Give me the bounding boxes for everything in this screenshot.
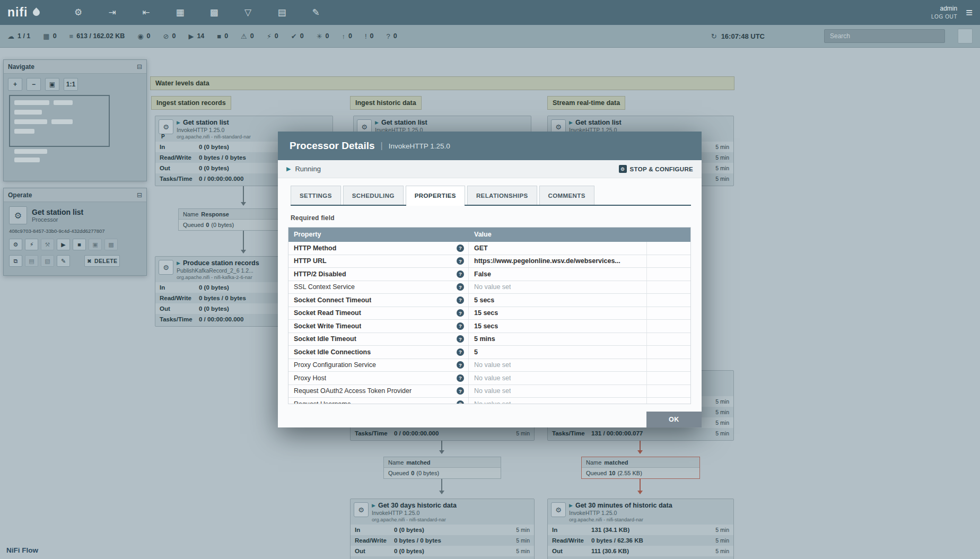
logout-link[interactable]: LOG OUT [931,13,957,20]
stop-and-configure-button[interactable]: ⚙ STOP & CONFIGURE [619,165,693,173]
delete-button[interactable]: ✖ DELETE [84,255,120,267]
stat-label: In [160,284,199,291]
connection-name-value: matched [406,459,430,466]
property-name: Socket Idle Connections [294,348,371,356]
property-row[interactable]: Socket Idle Timeout ? 5 mins [288,333,690,346]
operate-body: ⚙ Get station list Processor 408c9703-84… [4,202,146,271]
stat-label: Read/Write [552,537,591,544]
help-icon[interactable]: ? [457,270,464,278]
property-value: No value set [474,400,511,404]
help-icon[interactable]: ? [457,374,464,382]
help-icon[interactable]: ? [457,400,464,404]
zoom-actual-button[interactable]: 1:1 [64,78,78,91]
ok-button[interactable]: OK [646,412,702,427]
tab-label: RELATIONSHIPS [476,193,528,199]
help-icon[interactable]: ? [457,283,464,291]
canvas-label[interactable]: Ingest station records [151,96,231,110]
enable-button[interactable]: ⚡ [25,239,38,250]
processor-card[interactable]: ⚙ ▶ Get 30 minutes of historic data Invo… [547,499,734,559]
up-to-date-icon: ✔ [291,32,297,40]
collapse-icon[interactable]: ⊟ [137,63,142,71]
help-icon[interactable]: ? [457,348,464,356]
help-icon[interactable]: ? [457,309,464,317]
ungroup-button[interactable]: ▩ [104,239,118,250]
connection-label[interactable]: Name matched Queued 10 (2.55 KB) [581,457,700,479]
canvas-label[interactable]: Water levels data [150,76,734,90]
property-value: 15 secs [474,322,498,330]
processor-header: ⚙ ▶ Get 30 minutes of historic data Invo… [548,499,733,525]
help-icon[interactable]: ? [457,361,464,369]
copy-button[interactable]: ⧉ [9,255,22,267]
tab-settings[interactable]: SETTINGS [291,186,341,205]
locally-modified-stale-icon: ! [365,32,367,40]
value-cell: No value set [469,372,647,385]
stop-button[interactable]: ■ [73,239,86,250]
property-row[interactable]: Request OAuth2 Access Token Provider ? N… [288,385,690,398]
value-cell: No value set [469,385,647,398]
help-icon[interactable]: ? [457,322,464,330]
stat-row-in: In 0 (0 bytes) 5 min [351,525,534,535]
property-row[interactable]: HTTP URL ? https://www.pegelonline.wsv.d… [288,255,690,268]
search-input[interactable] [824,29,945,43]
tab-properties[interactable]: PROPERTIES [406,186,465,205]
breadcrumb[interactable]: NiFi Flow [6,546,38,554]
paste-button[interactable]: ▤ [25,255,38,267]
canvas-label[interactable]: Ingest historic data [350,96,422,110]
processor-bundle: org.apache.nifi - nifi-standard-nar [569,517,729,522]
global-menu-button[interactable]: ≡ [966,7,973,19]
not-transmitting-icon: ⊘ [163,32,169,40]
help-icon[interactable]: ? [457,257,464,265]
property-row[interactable]: SSL Context Service ? No value set [288,281,690,294]
processor-card[interactable]: ⚙ ▶ Get 30 days historic data InvokeHTTP… [350,499,535,559]
start-button[interactable]: ▶ [57,239,70,250]
input-port-tool[interactable]: ⇥ [104,5,120,20]
empty-cell [647,255,690,268]
last-refresh-time: 16:07:48 UTC [721,32,765,40]
connection-line [243,231,244,253]
help-icon[interactable]: ? [457,296,464,304]
help-icon[interactable]: ? [457,387,464,395]
brush-button[interactable]: ✎ [57,255,70,267]
process-group-tool[interactable]: ▦ [172,5,188,20]
tab-comments[interactable]: COMMENTS [539,186,594,205]
property-row[interactable]: HTTP Method ? GET [288,242,690,255]
property-row[interactable]: Request Username ? No value set [288,398,690,404]
property-row[interactable]: Socket Connect Timeout ? 5 secs [288,294,690,307]
collapse-icon[interactable]: ⊟ [137,191,142,199]
connection-label[interactable]: Name matched Queued 0 (0 bytes) [383,457,501,479]
property-name: Socket Connect Timeout [294,296,371,304]
property-row[interactable]: Socket Read Timeout ? 15 secs [288,307,690,320]
change-version-button[interactable]: ⚒ [41,239,54,250]
minimap[interactable] [8,94,142,177]
status-panel-button[interactable] [958,29,973,43]
canvas-label[interactable]: Stream real-time data [547,96,625,110]
stop-configure-icon: ⚙ [619,165,627,173]
property-row[interactable]: Proxy Host ? No value set [288,372,690,385]
funnel-tool[interactable]: ▽ [240,5,256,20]
configure-button[interactable]: ⚙ [9,239,22,250]
output-port-tool[interactable]: ⇤ [138,5,154,20]
tab-relationships[interactable]: RELATIONSHIPS [467,186,537,205]
property-row[interactable]: HTTP/2 Disabled ? False [288,268,690,281]
property-row[interactable]: Proxy Configuration Service ? No value s… [288,359,690,372]
status-count: 0 [326,32,329,40]
refresh-icon[interactable]: ↻ [711,32,717,40]
nifi-logo: nifi [7,5,40,20]
group-button[interactable]: ▣ [89,239,102,250]
property-cell: Socket Idle Connections ? [288,346,469,359]
help-icon[interactable]: ? [457,244,464,252]
zoom-fit-button[interactable]: ▣ [45,78,59,91]
label-tool[interactable]: ✎ [308,5,324,20]
stat-value: 0 (0 bytes) [394,527,509,533]
fill-color-button[interactable]: ▧ [41,255,54,267]
help-icon[interactable]: ? [457,335,464,343]
processor-tool[interactable]: ⚙ [71,5,86,20]
remote-process-group-tool[interactable]: ▩ [206,5,222,20]
zoom-in-button[interactable]: + [8,78,22,91]
property-row[interactable]: Socket Write Timeout ? 15 secs [288,320,690,333]
tab-scheduling[interactable]: SCHEDULING [343,186,404,205]
property-row[interactable]: Socket Idle Connections ? 5 [288,346,690,359]
template-tool[interactable]: ▤ [274,5,290,20]
zoom-out-button[interactable]: − [27,78,41,91]
property-name: Socket Idle Timeout [294,335,356,343]
